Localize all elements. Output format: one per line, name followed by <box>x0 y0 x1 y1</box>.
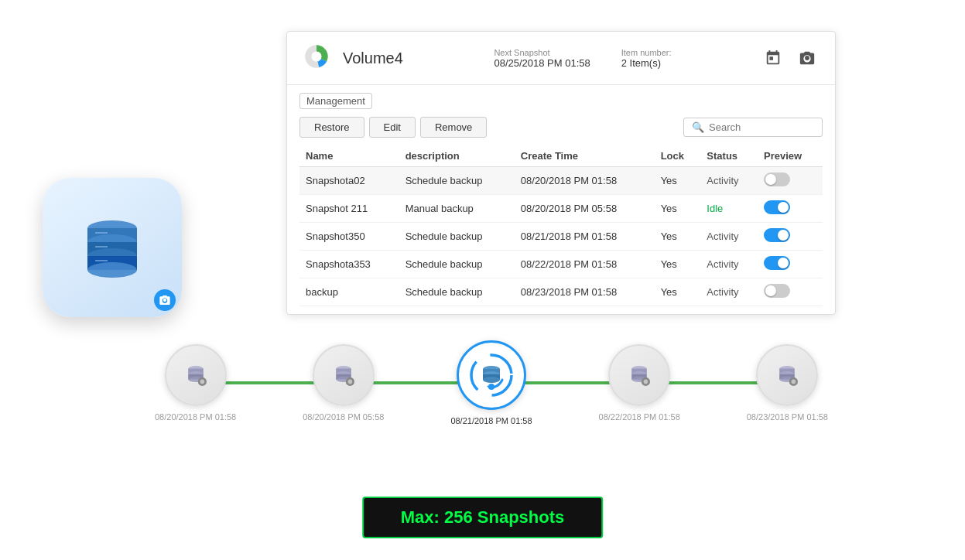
table-header-row: Name description Create Time Lock Status… <box>299 145 823 167</box>
panel-header: Volume4 Next Snapshot 08/25/2018 PM 01:5… <box>287 32 835 85</box>
next-snapshot-value: 08/25/2018 PM 01:58 <box>494 57 590 69</box>
timeline-label: 08/21/2018 PM 01:58 <box>450 416 532 425</box>
timeline-items: 08/20/2018 PM 01:58 08/20/2018 PM 05:58 <box>155 340 828 425</box>
cell-status: Activity <box>700 278 758 306</box>
cell-preview[interactable] <box>758 195 823 223</box>
col-lock: Lock <box>655 145 701 167</box>
main-panel: Volume4 Next Snapshot 08/25/2018 PM 01:5… <box>286 31 836 315</box>
volume-pie-icon <box>303 43 330 73</box>
timeline-circle[interactable] <box>608 344 670 406</box>
cell-create-time: 08/21/2018 PM 01:58 <box>515 223 655 251</box>
cell-lock: Yes <box>655 195 701 223</box>
cell-name: Snapshot 211 <box>299 195 399 223</box>
management-section: Management Restore Edit Remove 🔍 Name de… <box>287 85 835 314</box>
svg-point-25 <box>347 380 352 384</box>
col-description: description <box>399 145 515 167</box>
preview-toggle[interactable] <box>764 172 790 186</box>
preview-toggle[interactable] <box>764 284 790 298</box>
svg-point-31 <box>483 377 500 383</box>
cell-lock: Yes <box>655 167 701 195</box>
col-name: Name <box>299 145 399 167</box>
svg-point-47 <box>792 380 796 384</box>
max-banner: Max: 256 Snapshots <box>362 497 604 538</box>
timeline-label: 08/22/2018 PM 01:58 <box>599 412 680 422</box>
header-meta: Next Snapshot 08/25/2018 PM 01:58 Item n… <box>417 48 748 69</box>
db-icon-large <box>43 178 182 317</box>
cell-name: Snapshota02 <box>299 167 399 195</box>
timeline-label: 08/23/2018 PM 01:58 <box>747 412 828 422</box>
cell-create-time: 08/20/2018 PM 05:58 <box>515 195 655 223</box>
col-create-time: Create Time <box>515 145 655 167</box>
timeline-label: 08/20/2018 PM 05:58 <box>303 412 384 422</box>
cell-status: Activity <box>700 223 758 251</box>
cell-preview[interactable] <box>758 251 823 278</box>
timeline-circle[interactable] <box>756 344 818 406</box>
cell-preview[interactable] <box>758 167 823 195</box>
table-row: backup Schedule backup 08/23/2018 PM 01:… <box>299 278 823 306</box>
cell-lock: Yes <box>655 278 701 306</box>
cell-create-time: 08/23/2018 PM 01:58 <box>515 278 655 306</box>
timeline-item[interactable]: 08/22/2018 PM 01:58 <box>599 344 680 422</box>
cell-description: Schedule backup <box>399 167 515 195</box>
table-row: Snapshot350 Schedule backup 08/21/2018 P… <box>299 223 823 251</box>
item-number-value: 2 Item(s) <box>621 57 672 69</box>
search-input[interactable] <box>709 121 814 133</box>
cell-description: Schedule backup <box>399 278 515 306</box>
database-svg <box>74 209 151 286</box>
table-row: Snapshot 211 Manual backup 08/20/2018 PM… <box>299 195 823 223</box>
table-row: Snapshota353 Schedule backup 08/22/2018 … <box>299 251 823 278</box>
search-box[interactable]: 🔍 <box>683 118 823 137</box>
cell-description: Schedule backup <box>399 251 515 278</box>
timeline-section: 08/20/2018 PM 01:58 08/20/2018 PM 05:58 <box>155 340 828 425</box>
remove-button[interactable]: Remove <box>420 117 487 138</box>
timeline-item[interactable]: 08/20/2018 PM 05:58 <box>303 344 384 422</box>
svg-point-18 <box>200 380 204 384</box>
col-preview: Preview <box>758 145 823 167</box>
timeline-circle[interactable] <box>313 344 375 406</box>
cell-status: Activity <box>700 251 758 278</box>
cell-name: backup <box>299 278 399 306</box>
next-snapshot-meta: Next Snapshot 08/25/2018 PM 01:58 <box>494 48 590 69</box>
cell-create-time: 08/20/2018 PM 01:58 <box>515 167 655 195</box>
edit-button[interactable]: Edit <box>369 117 416 138</box>
preview-toggle[interactable] <box>764 228 790 242</box>
timeline-item[interactable]: 08/20/2018 PM 01:58 <box>155 344 236 422</box>
header-actions <box>761 46 820 70</box>
timeline-label: 08/20/2018 PM 01:58 <box>155 412 236 422</box>
search-icon: 🔍 <box>692 121 704 133</box>
svg-point-6 <box>87 262 137 278</box>
item-number-label: Item number: <box>621 48 672 57</box>
max-banner-text: Max: 256 Snapshots <box>401 507 565 527</box>
cell-name: Snapshota353 <box>299 251 399 278</box>
svg-point-11 <box>311 51 321 61</box>
camera-header-button[interactable] <box>795 46 820 70</box>
item-number-meta: Item number: 2 Item(s) <box>621 48 672 69</box>
toolbar: Restore Edit Remove 🔍 <box>299 117 823 138</box>
next-snapshot-label: Next Snapshot <box>494 48 590 57</box>
cell-status: Idle <box>700 195 758 223</box>
preview-toggle[interactable] <box>764 200 790 214</box>
cell-preview[interactable] <box>758 223 823 251</box>
cell-description: Schedule backup <box>399 223 515 251</box>
svg-point-33 <box>488 384 494 390</box>
management-title: Management <box>299 93 372 109</box>
preview-toggle[interactable] <box>764 256 790 270</box>
snapshot-table: Name description Create Time Lock Status… <box>299 145 823 306</box>
timeline-circle[interactable] <box>165 344 227 406</box>
timeline-item[interactable]: 08/21/2018 PM 01:58 <box>450 340 532 425</box>
restore-button[interactable]: Restore <box>299 117 364 138</box>
timeline-item[interactable]: 08/23/2018 PM 01:58 <box>747 344 828 422</box>
calendar-button[interactable] <box>761 46 785 70</box>
camera-badge <box>154 289 176 311</box>
cell-preview[interactable] <box>758 278 823 306</box>
cell-create-time: 08/22/2018 PM 01:58 <box>515 251 655 278</box>
cell-status: Activity <box>700 167 758 195</box>
volume-name: Volume4 <box>343 50 405 67</box>
timeline-circle[interactable] <box>457 340 526 410</box>
svg-point-40 <box>644 380 648 384</box>
table-row: Snapshota02 Schedule backup 08/20/2018 P… <box>299 167 823 195</box>
cell-name: Snapshot350 <box>299 223 399 251</box>
col-status: Status <box>700 145 758 167</box>
cell-description: Manual backup <box>399 195 515 223</box>
cell-lock: Yes <box>655 251 701 278</box>
